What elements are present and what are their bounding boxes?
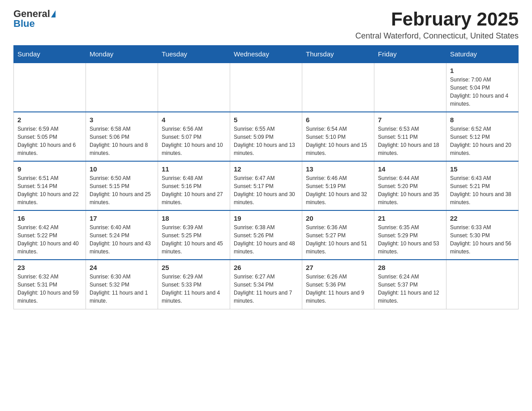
day-info: Sunrise: 6:40 AM Sunset: 5:24 PM Dayligh… bbox=[90, 223, 154, 256]
day-info: Sunrise: 6:47 AM Sunset: 5:17 PM Dayligh… bbox=[234, 174, 298, 206]
day-number: 17 bbox=[90, 214, 154, 222]
day-number: 2 bbox=[17, 116, 82, 124]
day-info: Sunrise: 6:51 AM Sunset: 5:14 PM Dayligh… bbox=[17, 174, 82, 206]
calendar-cell: 1Sunrise: 7:00 AM Sunset: 5:04 PM Daylig… bbox=[446, 63, 519, 112]
calendar-cell: 10Sunrise: 6:50 AM Sunset: 5:15 PM Dayli… bbox=[86, 161, 158, 210]
day-number: 25 bbox=[162, 264, 226, 271]
calendar-cell: 5Sunrise: 6:55 AM Sunset: 5:09 PM Daylig… bbox=[230, 112, 302, 161]
day-number: 15 bbox=[450, 165, 515, 173]
calendar-header-row: SundayMondayTuesdayWednesdayThursdayFrid… bbox=[14, 46, 519, 63]
day-number: 8 bbox=[450, 116, 515, 124]
day-info: Sunrise: 6:48 AM Sunset: 5:16 PM Dayligh… bbox=[162, 174, 226, 206]
day-number: 11 bbox=[162, 165, 226, 173]
day-number: 14 bbox=[378, 165, 442, 173]
day-number: 1 bbox=[450, 67, 515, 74]
calendar-cell: 13Sunrise: 6:46 AM Sunset: 5:19 PM Dayli… bbox=[302, 161, 374, 210]
calendar-cell: 6Sunrise: 6:54 AM Sunset: 5:10 PM Daylig… bbox=[302, 112, 374, 161]
calendar-cell: 12Sunrise: 6:47 AM Sunset: 5:17 PM Dayli… bbox=[230, 161, 302, 210]
calendar-cell: 19Sunrise: 6:38 AM Sunset: 5:26 PM Dayli… bbox=[230, 210, 302, 260]
calendar-cell bbox=[230, 63, 302, 112]
location-subtitle: Central Waterford, Connecticut, United S… bbox=[356, 31, 519, 41]
day-info: Sunrise: 6:54 AM Sunset: 5:10 PM Dayligh… bbox=[306, 125, 370, 157]
day-number: 5 bbox=[234, 116, 298, 124]
logo-general-text: General bbox=[13, 9, 50, 19]
calendar-table: SundayMondayTuesdayWednesdayThursdayFrid… bbox=[13, 45, 519, 309]
day-info: Sunrise: 6:44 AM Sunset: 5:20 PM Dayligh… bbox=[378, 174, 442, 206]
day-info: Sunrise: 6:33 AM Sunset: 5:30 PM Dayligh… bbox=[450, 223, 515, 256]
calendar-cell: 4Sunrise: 6:56 AM Sunset: 5:07 PM Daylig… bbox=[158, 112, 230, 161]
logo-triangle-icon bbox=[51, 10, 56, 17]
day-number: 12 bbox=[234, 165, 298, 173]
day-number: 28 bbox=[378, 264, 442, 271]
calendar-cell: 27Sunrise: 6:26 AM Sunset: 5:36 PM Dayli… bbox=[302, 260, 374, 309]
calendar-cell: 26Sunrise: 6:27 AM Sunset: 5:34 PM Dayli… bbox=[230, 260, 302, 309]
calendar-cell bbox=[86, 63, 158, 112]
day-number: 23 bbox=[17, 264, 82, 271]
day-info: Sunrise: 6:58 AM Sunset: 5:06 PM Dayligh… bbox=[90, 125, 154, 157]
calendar-week-row: 2Sunrise: 6:59 AM Sunset: 5:05 PM Daylig… bbox=[14, 112, 519, 161]
calendar-cell bbox=[158, 63, 230, 112]
day-info: Sunrise: 6:26 AM Sunset: 5:36 PM Dayligh… bbox=[306, 273, 370, 305]
calendar-cell bbox=[302, 63, 374, 112]
calendar-week-row: 9Sunrise: 6:51 AM Sunset: 5:14 PM Daylig… bbox=[14, 161, 519, 210]
calendar-week-row: 23Sunrise: 6:32 AM Sunset: 5:31 PM Dayli… bbox=[14, 260, 519, 309]
calendar-cell bbox=[446, 260, 519, 309]
calendar-cell: 24Sunrise: 6:30 AM Sunset: 5:32 PM Dayli… bbox=[86, 260, 158, 309]
day-of-week-header: Friday bbox=[374, 46, 446, 63]
calendar-cell: 16Sunrise: 6:42 AM Sunset: 5:22 PM Dayli… bbox=[14, 210, 86, 260]
calendar-cell: 18Sunrise: 6:39 AM Sunset: 5:25 PM Dayli… bbox=[158, 210, 230, 260]
day-of-week-header: Monday bbox=[86, 46, 158, 63]
calendar-cell: 20Sunrise: 6:36 AM Sunset: 5:27 PM Dayli… bbox=[302, 210, 374, 260]
day-info: Sunrise: 6:53 AM Sunset: 5:11 PM Dayligh… bbox=[378, 125, 442, 157]
day-info: Sunrise: 6:35 AM Sunset: 5:29 PM Dayligh… bbox=[378, 223, 442, 256]
day-info: Sunrise: 6:43 AM Sunset: 5:21 PM Dayligh… bbox=[450, 174, 515, 206]
day-number: 16 bbox=[17, 214, 82, 222]
day-info: Sunrise: 6:52 AM Sunset: 5:12 PM Dayligh… bbox=[450, 125, 515, 157]
calendar-cell: 21Sunrise: 6:35 AM Sunset: 5:29 PM Dayli… bbox=[374, 210, 446, 260]
day-number: 7 bbox=[378, 116, 442, 124]
day-of-week-header: Tuesday bbox=[158, 46, 230, 63]
day-number: 18 bbox=[162, 214, 226, 222]
calendar-cell: 14Sunrise: 6:44 AM Sunset: 5:20 PM Dayli… bbox=[374, 161, 446, 210]
calendar-cell bbox=[14, 63, 86, 112]
day-number: 10 bbox=[90, 165, 154, 173]
day-info: Sunrise: 6:56 AM Sunset: 5:07 PM Dayligh… bbox=[162, 125, 226, 157]
day-info: Sunrise: 6:38 AM Sunset: 5:26 PM Dayligh… bbox=[234, 223, 298, 256]
calendar-cell: 7Sunrise: 6:53 AM Sunset: 5:11 PM Daylig… bbox=[374, 112, 446, 161]
day-number: 3 bbox=[90, 116, 154, 124]
day-info: Sunrise: 6:27 AM Sunset: 5:34 PM Dayligh… bbox=[234, 273, 298, 305]
calendar-cell: 3Sunrise: 6:58 AM Sunset: 5:06 PM Daylig… bbox=[86, 112, 158, 161]
day-info: Sunrise: 6:39 AM Sunset: 5:25 PM Dayligh… bbox=[162, 223, 226, 256]
day-of-week-header: Saturday bbox=[446, 46, 519, 63]
day-info: Sunrise: 7:00 AM Sunset: 5:04 PM Dayligh… bbox=[450, 76, 515, 108]
calendar-cell: 25Sunrise: 6:29 AM Sunset: 5:33 PM Dayli… bbox=[158, 260, 230, 309]
day-of-week-header: Wednesday bbox=[230, 46, 302, 63]
day-number: 24 bbox=[90, 264, 154, 271]
logo-blue-text: Blue bbox=[13, 19, 35, 29]
calendar-cell bbox=[374, 63, 446, 112]
day-number: 26 bbox=[234, 264, 298, 271]
day-number: 13 bbox=[306, 165, 370, 173]
day-info: Sunrise: 6:36 AM Sunset: 5:27 PM Dayligh… bbox=[306, 223, 370, 256]
calendar-cell: 23Sunrise: 6:32 AM Sunset: 5:31 PM Dayli… bbox=[14, 260, 86, 309]
calendar-cell: 9Sunrise: 6:51 AM Sunset: 5:14 PM Daylig… bbox=[14, 161, 86, 210]
page-header: General Blue February 2025 Central Water… bbox=[13, 9, 519, 41]
day-info: Sunrise: 6:55 AM Sunset: 5:09 PM Dayligh… bbox=[234, 125, 298, 157]
day-info: Sunrise: 6:30 AM Sunset: 5:32 PM Dayligh… bbox=[90, 273, 154, 305]
day-info: Sunrise: 6:24 AM Sunset: 5:37 PM Dayligh… bbox=[378, 273, 442, 305]
day-number: 27 bbox=[306, 264, 370, 271]
day-of-week-header: Thursday bbox=[302, 46, 374, 63]
calendar-cell: 2Sunrise: 6:59 AM Sunset: 5:05 PM Daylig… bbox=[14, 112, 86, 161]
day-info: Sunrise: 6:29 AM Sunset: 5:33 PM Dayligh… bbox=[162, 273, 226, 305]
month-title: February 2025 bbox=[356, 9, 519, 30]
calendar-cell: 22Sunrise: 6:33 AM Sunset: 5:30 PM Dayli… bbox=[446, 210, 519, 260]
day-info: Sunrise: 6:50 AM Sunset: 5:15 PM Dayligh… bbox=[90, 174, 154, 206]
day-info: Sunrise: 6:59 AM Sunset: 5:05 PM Dayligh… bbox=[17, 125, 82, 157]
day-of-week-header: Sunday bbox=[14, 46, 86, 63]
calendar-cell: 17Sunrise: 6:40 AM Sunset: 5:24 PM Dayli… bbox=[86, 210, 158, 260]
day-number: 19 bbox=[234, 214, 298, 222]
day-number: 20 bbox=[306, 214, 370, 222]
day-number: 4 bbox=[162, 116, 226, 124]
day-info: Sunrise: 6:32 AM Sunset: 5:31 PM Dayligh… bbox=[17, 273, 82, 305]
day-number: 21 bbox=[378, 214, 442, 222]
